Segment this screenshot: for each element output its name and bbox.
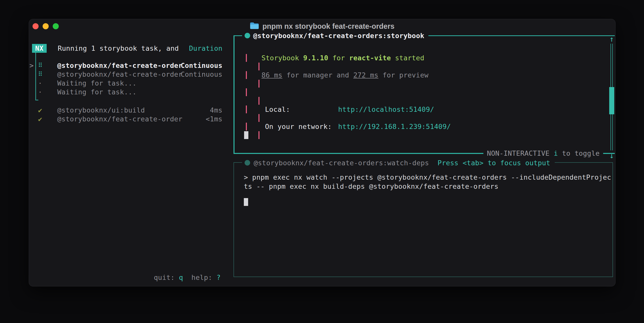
pink-bar <box>258 63 259 70</box>
pink-bar <box>258 97 259 105</box>
task-group-tree-corner <box>35 100 38 100</box>
window-title: pnpm nx storybook feat-create-orders <box>262 22 395 31</box>
pink-bar <box>258 80 259 88</box>
titlebar: pnpm nx storybook feat-create-orders <box>29 19 615 33</box>
task-row[interactable]: ✔ @storybooknx/feat-create-order <1ms <box>29 115 233 123</box>
task-list-panel: NX Running 1 storybook task, and Duratio… <box>29 33 233 286</box>
storybook-terminal-output: Storybook 9.1.10 for react-vite started … <box>246 54 605 140</box>
help-key: ? <box>216 274 221 281</box>
command-output-line: ts -- pnpm exec nx build-deps @storybook… <box>244 182 606 190</box>
check-icon: ✔ <box>38 106 42 115</box>
spinner-icon: ⠿ <box>38 70 43 79</box>
network-label: On your network: <box>265 122 332 131</box>
check-icon: ✔ <box>38 115 42 123</box>
scrollbar-thumb[interactable] <box>609 87 614 114</box>
output-scrollbar[interactable]: ↑ ↓ <box>608 35 615 159</box>
command-output-line: > pnpm exec nx watch --projects @storybo… <box>244 173 606 181</box>
window-title-area: pnpm nx storybook feat-create-orders <box>29 19 615 33</box>
folder-icon <box>250 22 259 31</box>
running-task-dot-icon <box>245 160 250 166</box>
duration-column-header: Duration <box>189 44 222 52</box>
watch-deps-pane-title: @storybooknx/feat-create-orders:watch-de… <box>254 159 429 167</box>
nx-logo: NX <box>32 44 47 53</box>
quit-key: q <box>179 274 183 281</box>
focus-hint: Press <tab> to focus output <box>437 159 550 167</box>
toggle-key: i <box>554 149 558 157</box>
watch-deps-pane-header[interactable]: @storybooknx/feat-create-orders:watch-de… <box>242 159 555 167</box>
pink-bar <box>246 105 247 113</box>
task-row[interactable]: ⠿ @storybooknx/feat-create-order Continu… <box>29 70 233 79</box>
storybook-pane-title: @storybooknx/feat-create-orders:storyboo… <box>253 32 424 40</box>
pink-bar <box>246 123 247 130</box>
pink-bar <box>258 131 259 139</box>
terminal-cursor <box>244 198 248 206</box>
running-tasks: > ⠿ @storybooknx/feat-create-order Conti… <box>29 61 233 96</box>
help-label: help: <box>191 274 216 281</box>
task-list-header: Running 1 storybook task, and <box>58 44 179 52</box>
terminal-cursor <box>244 131 248 139</box>
border-stub <box>233 35 242 36</box>
pink-bar <box>246 54 247 62</box>
spinner-icon: ⠿ <box>38 61 43 70</box>
storybook-output-pane: @storybooknx/feat-create-orders:storyboo… <box>233 35 615 154</box>
running-task-dot-icon <box>245 33 250 38</box>
task-row[interactable]: · Waiting for task... <box>29 79 233 88</box>
pink-bar <box>258 114 259 122</box>
terminal-window: pnpm nx storybook feat-create-orders NX … <box>29 19 616 286</box>
watch-deps-pane: @storybooknx/feat-create-orders:watch-de… <box>233 162 613 277</box>
local-label: Local: <box>265 105 290 114</box>
scroll-up-icon[interactable]: ↑ <box>608 35 615 43</box>
waiting-dot-icon: · <box>38 88 42 96</box>
interactive-mode-hint: NON-INTERACTIVE i to toggle <box>483 149 603 158</box>
pink-bar <box>246 88 247 96</box>
scroll-down-icon[interactable]: ↓ <box>608 152 615 159</box>
task-row[interactable]: ✔ @storybooknx/ui:build 4ms <box>29 106 233 115</box>
quit-label: quit: <box>154 274 179 281</box>
header-border-line <box>428 35 615 36</box>
storybook-pane-header[interactable]: @storybooknx/feat-create-orders:storyboo… <box>233 32 615 39</box>
local-url-link[interactable]: http://localhost:51409/ <box>338 105 434 114</box>
selection-cursor: > <box>30 61 34 70</box>
keybinding-footer: quit: q help: ? <box>29 274 221 281</box>
desktop: pnpm nx storybook feat-create-orders NX … <box>0 0 644 323</box>
pink-bar <box>246 71 247 79</box>
network-url-link[interactable]: http://192.168.1.239:51409/ <box>338 122 451 131</box>
task-row[interactable]: > ⠿ @storybooknx/feat-create-order Conti… <box>29 61 233 70</box>
task-row[interactable]: · Waiting for task... <box>29 88 233 96</box>
waiting-dot-icon: · <box>38 79 42 88</box>
completed-tasks: ✔ @storybooknx/ui:build 4ms ✔ @storybook… <box>29 106 233 123</box>
